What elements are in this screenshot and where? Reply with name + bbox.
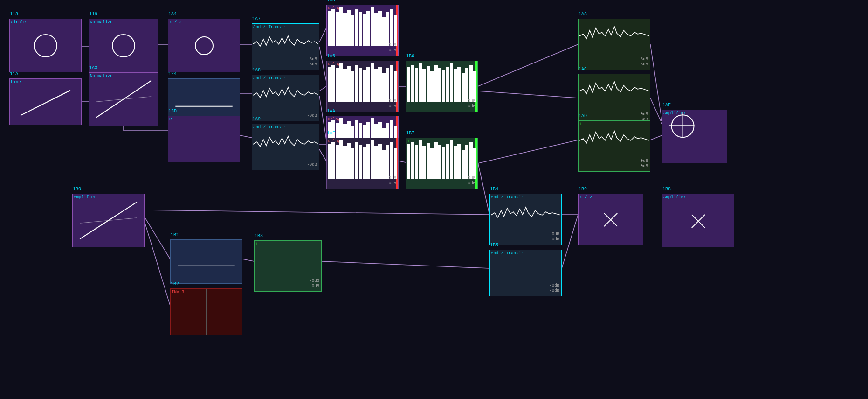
x-shape-1B8 <box>689 211 708 230</box>
node-1A8[interactable]: 1A8 And / Transir -0dB <box>252 75 319 121</box>
node-1B9-sublabel: x / 2 <box>579 195 592 200</box>
vbars-1A5 <box>328 7 397 46</box>
node-1B2-label: 1B2 <box>171 281 179 287</box>
svg-line-19 <box>478 91 578 98</box>
waveform-1AD <box>579 126 649 154</box>
node-1AF-label: 1AF <box>327 131 335 136</box>
node-1B5[interactable]: 1B5 And / Transir -0dB-0dB <box>489 250 562 296</box>
node-119-label: 119 <box>89 12 97 17</box>
node-11A[interactable]: 11A Line <box>9 78 82 125</box>
node-1A9-db: -0dB <box>307 162 317 168</box>
node-1A7-title: And / Transir <box>253 25 286 29</box>
crosshair-container-1AE <box>682 125 708 151</box>
node-1B9-label: 1B9 <box>579 187 587 192</box>
node-1A8-title: And / Transir <box>253 76 286 81</box>
waveform-1A9 <box>253 133 318 156</box>
split-shape-1B2 <box>171 289 242 335</box>
svg-line-21 <box>650 135 662 140</box>
node-1B3[interactable]: 1B3 + -0dB-0dB <box>254 240 322 292</box>
node-1B7-db: 0dB0dB <box>468 176 475 187</box>
svg-line-13 <box>319 96 326 140</box>
node-1AF-db: 0dB0dB <box>389 176 396 187</box>
node-1B0[interactable]: 1B0 Amplifier <box>72 194 145 247</box>
split-shape-13D <box>168 116 240 162</box>
node-1A8-db: -0dB <box>307 113 317 119</box>
waveform-1B4 <box>491 203 560 228</box>
line-shape-1B1 <box>171 240 242 283</box>
node-1B4-title: And / Transir <box>491 195 524 200</box>
svg-line-26 <box>145 210 489 215</box>
node-1B1[interactable]: 1B1 L <box>170 239 242 284</box>
node-1B9[interactable]: 1B9 x / 2 <box>578 194 643 245</box>
svg-line-18 <box>478 44 578 86</box>
node-1A5-db: 0dB0dB <box>389 43 396 54</box>
node-1A8b-label: 1A8 <box>579 12 587 17</box>
node-118[interactable]: 118 Circle <box>9 19 82 72</box>
svg-line-20 <box>478 140 578 163</box>
node-1AD[interactable]: 1AD + -0dB-0dB <box>578 120 650 172</box>
node-1B8-label: 1B8 <box>662 187 671 192</box>
node-1A3[interactable]: 1A3 Normalize <box>89 72 158 126</box>
node-1B3-label: 1B3 <box>255 233 263 238</box>
node-1A3-label: 1A3 <box>89 65 97 70</box>
node-11A-label: 11A <box>10 71 18 77</box>
node-118-sublabel: Circle <box>11 20 26 25</box>
node-1B4[interactable]: 1B4 And / Transir -0dB-0dB <box>489 194 562 245</box>
node-1B5-title: And / Transir <box>491 251 524 256</box>
node-1A6-label: 1A6 <box>327 54 335 59</box>
svg-line-11 <box>319 47 326 82</box>
waveform-1AC <box>579 76 649 106</box>
svg-line-33 <box>21 91 70 116</box>
node-1B8[interactable]: 1B8 Amplifier <box>662 194 734 247</box>
node-1B4-db: -0dB-0dB <box>549 232 559 243</box>
svg-line-32 <box>478 162 489 215</box>
node-1A9[interactable]: 1A9 And / Transir -0dB <box>252 124 319 170</box>
main-canvas: 118 Circle 119 Normalize 11A Line 1A3 No… <box>0 0 868 399</box>
node-1B7-label: 1B7 <box>406 131 414 136</box>
svg-line-23 <box>650 98 662 124</box>
node-1B4-label: 1B4 <box>490 187 498 192</box>
node-1A4-label: 1A4 <box>168 12 177 17</box>
node-1B6[interactable]: 1B6 0dB0dB <box>406 61 478 112</box>
node-1B2[interactable]: 1B2 INV R <box>170 288 242 335</box>
vbars-1B7 <box>407 140 476 179</box>
node-1B7[interactable]: 1B7 + 0dB0dB <box>406 138 478 189</box>
node-1AD-label: 1AD <box>579 113 587 119</box>
node-1A9-label: 1A9 <box>252 117 261 122</box>
node-1A9-title: And / Transir <box>253 125 286 130</box>
node-1B5-db: -0dB-0dB <box>549 283 559 294</box>
node-1A7[interactable]: 1A7 And / Transir -6dB-6dB <box>252 23 319 70</box>
svg-line-27 <box>242 259 254 261</box>
svg-line-17 <box>399 161 406 162</box>
svg-line-15 <box>319 149 326 161</box>
svg-line-12 <box>319 86 326 91</box>
node-1A8b[interactable]: 1A8 -6dB-6dB <box>578 19 650 70</box>
node-1A5[interactable]: 1A5 Delay 0dB0dB <box>326 5 399 56</box>
svg-line-10 <box>319 28 326 42</box>
node-1AC-label: 1AC <box>579 67 587 72</box>
diag-shape-1A3 <box>89 73 158 126</box>
node-1B5-label: 1B5 <box>490 243 498 248</box>
node-1A5-label: 1A5 <box>327 0 335 3</box>
node-1AE-label: 1AE <box>662 103 671 108</box>
node-119[interactable]: 119 Normalize <box>89 19 158 72</box>
x-shape-1B9 <box>601 210 620 229</box>
node-1AC[interactable]: 1AC -0dB-6dB <box>578 74 650 125</box>
node-1A8b-db: -6dB-6dB <box>638 57 648 68</box>
node-1AF[interactable]: 1AF Delay 0dB0dB <box>326 138 399 189</box>
node-13D[interactable]: 13D R <box>168 116 240 162</box>
node-1A6[interactable]: 1A6 Delay 0dB0dB <box>326 61 399 112</box>
waveform-1A8 <box>253 84 318 107</box>
node-1A4[interactable]: 1A4 x / 2 <box>168 19 240 72</box>
waveform-1A7 <box>253 32 318 56</box>
node-1AD-db: -0dB-0dB <box>638 159 648 169</box>
svg-line-25 <box>145 222 170 306</box>
node-1B3-db: -0dB-0dB <box>309 279 319 289</box>
vbars-1AF <box>328 140 397 179</box>
node-1AE[interactable]: 1AE Amplifier <box>662 110 727 163</box>
diag-shape-1B0 <box>73 194 144 247</box>
line-shape-11A <box>10 79 81 125</box>
node-119-sublabel: Normalize <box>90 20 113 25</box>
waveform-1A8b <box>579 21 649 51</box>
node-1B6-db: 0dB0dB <box>468 99 475 110</box>
